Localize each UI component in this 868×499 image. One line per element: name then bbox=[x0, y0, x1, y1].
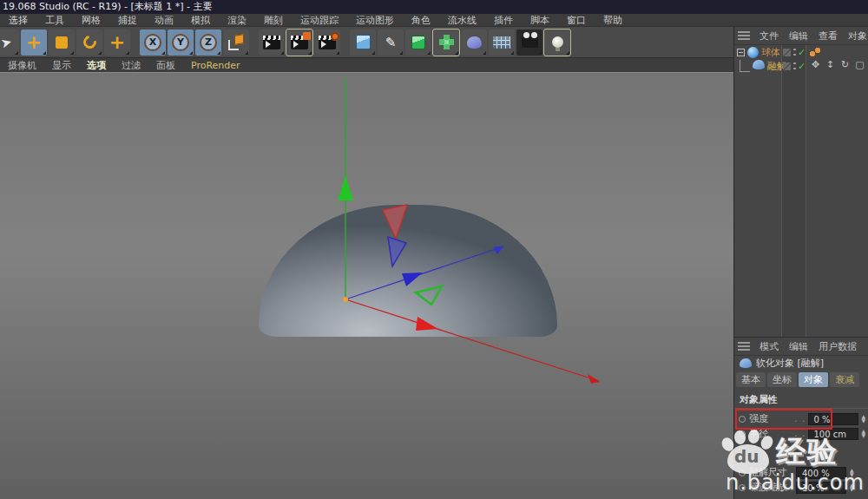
menu-item-11[interactable]: 流水线 bbox=[439, 14, 485, 27]
menu-item-7[interactable]: 雕刻 bbox=[255, 14, 292, 27]
menu-item-4[interactable]: 动画 bbox=[146, 14, 182, 27]
keyframe-circle-icon[interactable] bbox=[739, 484, 746, 491]
melt-icon bbox=[740, 358, 752, 368]
melt-icon[interactable] bbox=[753, 60, 765, 69]
menu-item-6[interactable]: 渲染 bbox=[219, 14, 255, 27]
lock-z-axis-button[interactable]: Z bbox=[195, 30, 221, 56]
menu-item-8[interactable]: 运动跟踪 bbox=[292, 14, 347, 27]
strength-stepper[interactable]: ▲▼ bbox=[862, 415, 866, 423]
om-menu-file[interactable]: 文件 bbox=[754, 30, 784, 43]
x-axis-icon: X bbox=[144, 34, 161, 51]
mograph-button[interactable] bbox=[433, 30, 459, 56]
viewport-menu-item-5[interactable]: ProRender bbox=[183, 60, 248, 71]
attribute-header-title: 软化对象 [融解] bbox=[756, 357, 824, 370]
menu-item-2[interactable]: 网格 bbox=[73, 14, 109, 27]
menu-item-5[interactable]: 模拟 bbox=[182, 14, 219, 27]
x-axis-arrow bbox=[416, 317, 438, 331]
noise-scale-value-field[interactable]: 10 % bbox=[796, 482, 846, 494]
rotate-view-icon[interactable]: ↻ bbox=[839, 59, 851, 70]
enable-check-icon[interactable]: ✓ bbox=[798, 47, 806, 58]
live-selection-button[interactable]: ➤ bbox=[0, 30, 19, 56]
melted-size-value-field[interactable]: 400 % bbox=[796, 467, 846, 479]
environment-button[interactable] bbox=[489, 30, 515, 56]
viewport-3d[interactable] bbox=[0, 73, 733, 499]
strength-value-field[interactable]: 0 % bbox=[808, 413, 858, 425]
visibility-toggle[interactable] bbox=[783, 49, 791, 56]
viewport-menu-item-0[interactable]: 摄像机 bbox=[0, 59, 44, 72]
camera-icon bbox=[522, 36, 538, 48]
menu-item-13[interactable]: 脚本 bbox=[522, 14, 558, 27]
light-bulb-icon bbox=[552, 36, 563, 48]
om-menu-edit[interactable]: 编辑 bbox=[784, 30, 813, 43]
attribute-manager: 模式 编辑 用户数据 软化对象 [融解] 基本 坐标 对象 衰减 对象属性 强度… bbox=[734, 337, 868, 495]
keyframe-circle-icon[interactable] bbox=[739, 430, 746, 437]
coordinate-system-button[interactable] bbox=[223, 30, 249, 56]
hamburger-icon[interactable] bbox=[738, 342, 750, 351]
deformer-button[interactable] bbox=[461, 30, 487, 56]
pen-icon: ✎ bbox=[385, 35, 397, 50]
menu-item-15[interactable]: 帮助 bbox=[595, 14, 631, 27]
visibility-dots[interactable] bbox=[793, 62, 796, 70]
melted-size-stepper[interactable]: ▲▼ bbox=[850, 469, 854, 477]
maximize-view-icon[interactable]: ▢ bbox=[854, 59, 865, 70]
render-picture-viewer-icon bbox=[291, 36, 308, 49]
phong-tag-icon[interactable] bbox=[809, 47, 821, 57]
om-menu-object[interactable]: 对象 bbox=[843, 30, 868, 43]
viewport-menu-item-2[interactable]: 选项 bbox=[79, 59, 114, 72]
menu-item-0[interactable]: 选择 bbox=[0, 14, 36, 27]
viewport-menu-item-1[interactable]: 显示 bbox=[44, 59, 79, 72]
tab-falloff[interactable]: 衰减 bbox=[830, 372, 859, 387]
rotate-tool-button[interactable] bbox=[76, 30, 102, 56]
menu-item-9[interactable]: 运动图形 bbox=[347, 14, 403, 27]
viewport-menu-item-4[interactable]: 面板 bbox=[148, 59, 183, 72]
keyframe-circle-icon[interactable] bbox=[739, 469, 746, 476]
object-name[interactable]: 球体 bbox=[761, 46, 780, 59]
zoom-view-icon[interactable]: ↕ bbox=[825, 59, 836, 70]
scale-tool-button[interactable] bbox=[49, 30, 75, 56]
keyframe-circle-icon[interactable] bbox=[739, 416, 746, 423]
render-view-button[interactable] bbox=[259, 30, 285, 56]
om-menu-view[interactable]: 查看 bbox=[813, 30, 843, 43]
last-tool-button[interactable]: + bbox=[104, 30, 130, 56]
radius-label: 半径 bbox=[749, 427, 794, 440]
z-plane-handle bbox=[388, 237, 406, 266]
menu-item-10[interactable]: 角色 bbox=[403, 14, 439, 27]
light-button[interactable] bbox=[544, 30, 570, 56]
render-picture-viewer-button[interactable] bbox=[286, 30, 312, 56]
tab-basic[interactable]: 基本 bbox=[736, 372, 766, 387]
menu-item-12[interactable]: 插件 bbox=[485, 14, 522, 27]
menu-item-1[interactable]: 工具 bbox=[36, 14, 73, 27]
lock-y-axis-button[interactable]: Y bbox=[168, 30, 194, 56]
sphere-icon[interactable] bbox=[747, 47, 759, 58]
visibility-toggle[interactable] bbox=[783, 62, 791, 70]
add-primitive-button[interactable] bbox=[350, 30, 376, 56]
pan-view-icon[interactable]: ✥ bbox=[810, 59, 821, 70]
radius-value-field[interactable]: 100 cm bbox=[808, 428, 858, 440]
am-menu-edit[interactable]: 编辑 bbox=[784, 340, 813, 353]
move-tool-button[interactable]: + bbox=[21, 30, 47, 56]
object-manager-menu: 文件 编辑 查看 对象 标签 书签 bbox=[734, 27, 868, 45]
tab-coordinates[interactable]: 坐标 bbox=[767, 372, 797, 387]
viewport-menu-item-3[interactable]: 过滤 bbox=[114, 59, 148, 72]
enable-check-icon[interactable]: ✓ bbox=[798, 61, 806, 72]
visibility-dots[interactable] bbox=[793, 48, 796, 56]
tab-object[interactable]: 对象 bbox=[799, 372, 828, 387]
radius-stepper[interactable]: ▲▼ bbox=[862, 430, 866, 438]
collapse-icon[interactable] bbox=[737, 49, 745, 56]
camera-button[interactable] bbox=[516, 30, 542, 56]
main-menu-bar: 选择工具网格捕捉动画模拟渲染雕刻运动跟踪运动图形角色流水线插件脚本窗口帮助 bbox=[0, 14, 868, 27]
am-menu-userdata[interactable]: 用户数据 bbox=[813, 340, 862, 353]
object-row-sphere[interactable]: 球体 ✓ bbox=[734, 45, 868, 59]
subdivision-surface-button[interactable] bbox=[405, 30, 431, 56]
scale-icon bbox=[56, 36, 68, 49]
attribute-header: 软化对象 [融解] bbox=[734, 356, 868, 371]
axis-gizmo[interactable] bbox=[0, 73, 733, 499]
render-settings-button[interactable] bbox=[314, 30, 340, 56]
lock-x-axis-button[interactable]: X bbox=[140, 30, 166, 56]
menu-item-3[interactable]: 捕捉 bbox=[109, 14, 146, 27]
menu-item-14[interactable]: 窗口 bbox=[558, 14, 595, 27]
am-menu-mode[interactable]: 模式 bbox=[754, 340, 784, 353]
spline-pen-button[interactable]: ✎ bbox=[378, 30, 404, 56]
noise-scale-stepper[interactable]: ▲▼ bbox=[850, 483, 854, 492]
hamburger-icon[interactable] bbox=[738, 31, 750, 40]
